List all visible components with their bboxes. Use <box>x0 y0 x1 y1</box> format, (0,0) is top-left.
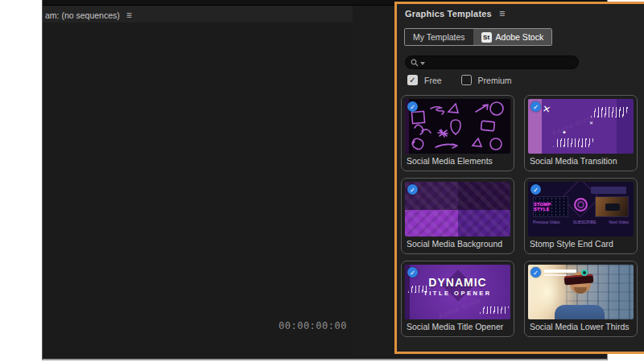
lower-third-subtitle-bar <box>544 274 567 276</box>
filter-premium[interactable]: Premium <box>461 75 512 85</box>
lower-third-ring-icon <box>581 269 588 276</box>
template-source-tabs: My Templates St Adobe Stock <box>404 28 552 46</box>
template-card-social-media-title-opener[interactable]: DYNAMIC TITLE OPENER Adobe Stock ✓ Socia… <box>401 261 514 337</box>
program-monitor-viewport: 00:00:00:00 <box>43 23 353 359</box>
caption-next-video: Next Video <box>609 220 629 224</box>
template-card-social-media-background[interactable]: Adobe Stock ✓ Social Media Background <box>401 178 514 254</box>
template-thumbnail: ✓ <box>405 99 510 154</box>
template-name: Social Media Title Opener <box>405 322 510 331</box>
tab-adobe-stock[interactable]: St Adobe Stock <box>473 29 552 45</box>
decor-top-bar <box>591 187 626 194</box>
selected-check-badge[interactable]: ✓ <box>407 267 418 278</box>
template-grid: ✓ Social Media Elements ✕ ✕ ✦ Adobe Stoc… <box>401 95 638 337</box>
template-thumbnail: Adobe Stock ✓ <box>405 182 510 237</box>
adobe-stock-logo-icon: St <box>481 32 492 43</box>
filter-free[interactable]: ✓ Free <box>407 75 442 85</box>
program-monitor-tab[interactable]: am: (no sequences) ≡ <box>45 8 132 23</box>
tab-adobe-stock-label: Adobe Stock <box>496 32 544 42</box>
search-input[interactable] <box>427 58 573 67</box>
channel-logo-circle <box>574 198 588 212</box>
tab-my-templates[interactable]: My Templates <box>405 29 473 45</box>
graphics-templates-header: Graphics Templates ≡ <box>405 9 505 19</box>
program-monitor-header: am: (no sequences) ≡ <box>43 6 353 23</box>
thumb-title-text: STOMP STYLE <box>534 202 568 212</box>
lower-third-title-bar <box>544 269 576 273</box>
template-thumbnail: DYNAMIC TITLE OPENER Adobe Stock ✓ <box>405 265 510 319</box>
decor-x-mark-small: ✕ <box>589 120 593 125</box>
template-search-bar[interactable] <box>405 56 579 69</box>
playhead-timecode[interactable]: 00:00:00:00 <box>279 320 347 331</box>
template-card-stomp-style-end-card[interactable]: STOMP STYLE Previous Video SUBSCRIBE Nex… <box>524 178 638 254</box>
previous-video-placeholder: STOMP STYLE <box>533 196 568 217</box>
next-video-placeholder <box>595 196 629 217</box>
template-thumbnail: ✕ ✕ ✦ Adobe Stock ✓ <box>528 99 634 154</box>
decor-texture-overlay <box>405 182 510 237</box>
caption-subscribe: SUBSCRIBE <box>573 220 597 224</box>
template-card-social-media-elements[interactable]: ✓ Social Media Elements <box>401 95 514 171</box>
search-icon <box>411 59 419 67</box>
end-card-captions: Previous Video SUBSCRIBE Next Video <box>533 220 629 224</box>
program-monitor-tab-label: am: (no sequences) <box>45 10 120 20</box>
doodle-shapes-graphic <box>405 99 510 153</box>
person-shirt <box>555 305 605 319</box>
premiere-app-window: am: (no sequences) ≡ 00:00:00:00 Graphic… <box>42 0 608 360</box>
selected-check-badge[interactable]: ✓ <box>407 101 418 112</box>
decor-hatch-lines <box>480 306 510 314</box>
template-card-social-media-transition[interactable]: ✕ ✕ ✦ Adobe Stock ✓ Social Media Transit… <box>524 95 638 171</box>
caption-previous-video: Previous Video <box>533 220 560 224</box>
template-name: Social Media Lower Thirds <box>528 322 634 331</box>
lower-third-overlay <box>544 269 576 276</box>
free-label: Free <box>424 76 442 85</box>
decor-hatch-lines <box>553 138 595 147</box>
decor-hatch-lines <box>408 286 431 293</box>
template-name: Social Media Transition <box>528 156 634 166</box>
template-card-social-media-lower-thirds[interactable]: ✓ Social Media Lower Thirds <box>524 261 638 337</box>
decor-hatch-lines <box>591 107 630 117</box>
template-thumbnail: ✓ <box>528 265 634 319</box>
panel-menu-hamburger-icon[interactable]: ≡ <box>126 10 132 20</box>
free-checkbox[interactable]: ✓ <box>407 75 418 85</box>
decor-x-mark: ✕ <box>542 103 552 116</box>
decor-plus-mark: ✦ <box>562 130 567 136</box>
selected-check-badge[interactable]: ✓ <box>530 184 541 195</box>
template-name: Social Media Background <box>405 239 510 249</box>
license-filters: ✓ Free Premium <box>407 75 512 85</box>
selected-check-badge[interactable]: ✓ <box>530 267 541 278</box>
selected-check-badge[interactable]: ✓ <box>407 184 418 195</box>
panel-title: Graphics Templates <box>405 9 492 19</box>
template-thumbnail: STOMP STYLE Previous Video SUBSCRIBE Nex… <box>528 182 634 237</box>
selected-check-badge[interactable]: ✓ <box>530 101 541 112</box>
template-name: Stomp Style End Card <box>528 239 634 249</box>
gamepad-shape <box>605 204 620 211</box>
tab-my-templates-label: My Templates <box>413 32 465 42</box>
premium-checkbox[interactable] <box>461 75 472 85</box>
screenshot-canvas: am: (no sequences) ≡ 00:00:00:00 Graphic… <box>0 0 644 362</box>
adobe-stock-watermark: Adobe Stock <box>437 297 482 319</box>
panel-menu-hamburger-icon[interactable]: ≡ <box>499 9 505 19</box>
template-name: Social Media Elements <box>405 156 510 166</box>
graphics-templates-panel: Graphics Templates ≡ My Templates St Ado… <box>394 2 644 354</box>
premium-label: Premium <box>478 76 512 85</box>
search-options-chevron-down-icon[interactable] <box>420 62 425 65</box>
